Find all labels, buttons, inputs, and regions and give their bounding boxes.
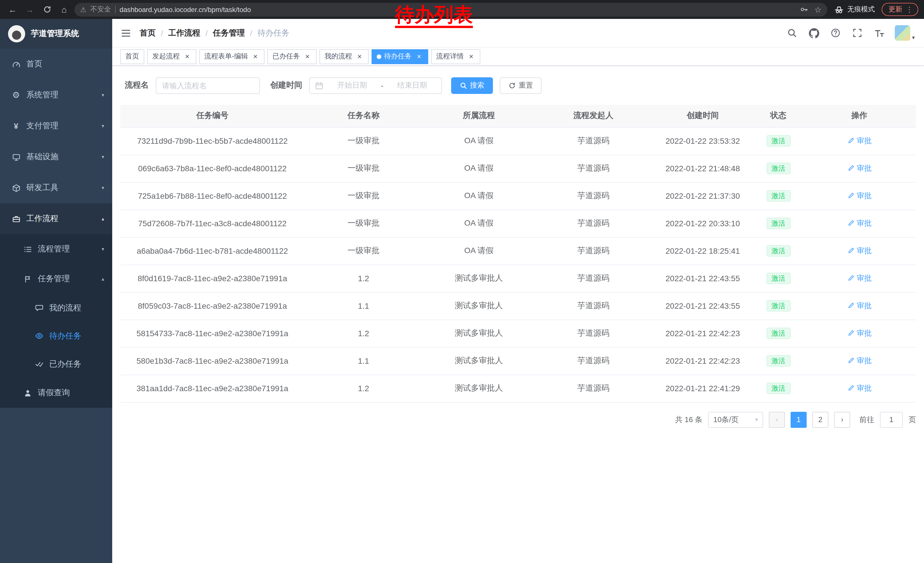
approve-button[interactable]: 审批 — [847, 328, 872, 338]
search-button[interactable]: 搜索 — [451, 77, 493, 94]
tab[interactable]: 发起流程 × — [147, 49, 196, 64]
sidebar-item-task-management[interactable]: 任务管理 ▴ — [0, 264, 112, 294]
table-row: 725a1eb6-7b88-11ec-8ef0-acde48001122 一级审… — [120, 182, 916, 210]
approve-button[interactable]: 审批 — [847, 273, 872, 284]
breadcrumb-home[interactable]: 首页 — [140, 28, 156, 38]
goto-page-input[interactable] — [880, 411, 903, 428]
sidebar-item-infrastructure[interactable]: 基础设施 ▾ — [0, 141, 112, 173]
process-name-input[interactable] — [156, 77, 260, 94]
cell-task-name: 一级审批 — [304, 182, 423, 210]
next-page-button[interactable]: › — [834, 411, 850, 428]
tab[interactable]: 首页 — [120, 49, 144, 64]
incognito-icon — [834, 5, 844, 14]
url-text: dashboard.yudao.iocoder.cn/bpm/task/todo — [120, 6, 796, 14]
approve-button[interactable]: 审批 — [847, 356, 872, 366]
tab[interactable]: 流程表单-编辑 × — [199, 49, 264, 64]
menu-fold-icon[interactable] — [112, 19, 140, 47]
sidebar-item-todo-tasks[interactable]: 待办任务 — [0, 322, 112, 350]
sidebar-item-label: 首页 — [26, 59, 42, 69]
close-icon[interactable]: × — [251, 53, 260, 60]
page-button[interactable]: 2 — [812, 411, 828, 428]
url-bar[interactable]: ⚠ 不安全 dashboard.yudao.iocoder.cn/bpm/tas… — [74, 3, 827, 17]
date-range-picker[interactable]: 开始日期 - 结束日期 — [309, 77, 442, 94]
cell-process: OA 请假 — [423, 237, 535, 264]
browser-menu-icon[interactable]: ⋮ — [906, 5, 913, 14]
cell-create-time: 2022-01-21 22:43:55 — [651, 264, 754, 292]
sidebar-item-my-process[interactable]: 我的流程 — [0, 294, 112, 322]
sidebar-item-process-management[interactable]: 流程管理 ▾ — [0, 234, 112, 264]
edit-icon — [847, 192, 855, 200]
approve-label: 审批 — [857, 328, 872, 338]
approve-button[interactable]: 审批 — [847, 218, 872, 228]
sidebar-item-payment[interactable]: ¥ 支付管理 ▾ — [0, 111, 112, 141]
approve-button[interactable]: 审批 — [847, 191, 872, 201]
breadcrumb-workflow[interactable]: 工作流程 — [168, 28, 200, 38]
browser-back-button[interactable]: ← — [6, 3, 20, 17]
sidebar-item-devtools[interactable]: 研发工具 ▾ — [0, 173, 112, 203]
table-row: 381aa1dd-7ac8-11ec-a9e2-a2380e71991a 1.2… — [120, 375, 916, 402]
cell-starter: 芋道源码 — [535, 155, 651, 182]
sidebar-item-system[interactable]: ⚙ 系统管理 ▾ — [0, 80, 112, 111]
prev-page-button[interactable]: ‹ — [769, 411, 785, 428]
header-process: 所属流程 — [423, 105, 535, 127]
search-icon — [460, 82, 467, 89]
close-icon[interactable]: × — [415, 53, 423, 60]
page-size-value: 10条/页 — [713, 414, 738, 425]
user-menu[interactable]: ▾ — [895, 25, 915, 41]
sidebar-item-leave-query[interactable]: 请假查询 — [0, 378, 112, 408]
sidebar-item-home[interactable]: 首页 — [0, 49, 112, 80]
fullscreen-icon[interactable] — [851, 27, 864, 39]
search-icon[interactable] — [786, 27, 799, 39]
cell-create-time: 2022-01-21 22:43:55 — [651, 292, 754, 320]
approve-button[interactable]: 审批 — [847, 136, 872, 146]
close-icon[interactable]: × — [356, 53, 363, 60]
cell-create-time: 2022-01-21 22:41:29 — [651, 375, 754, 402]
tab[interactable]: 流程详情 × — [431, 49, 480, 64]
warning-icon: ⚠ — [80, 6, 87, 14]
bookmark-star-icon[interactable]: ☆ — [814, 5, 822, 14]
reset-button[interactable]: 重置 — [500, 77, 542, 94]
chevron-down-icon: ▾ — [102, 92, 104, 98]
update-button[interactable]: 更新 ⋮ — [882, 3, 918, 16]
tab-label: 发起流程 — [152, 51, 180, 61]
todo-task-table: 任务编号 任务名称 所属流程 流程发起人 创建时间 状态 操作 — [120, 105, 916, 402]
approve-button[interactable]: 审批 — [847, 301, 872, 311]
sidebar-item-done-tasks[interactable]: 已办任务 — [0, 350, 112, 378]
github-icon[interactable] — [808, 27, 820, 39]
page-size-select[interactable]: 10条/页 ▾ — [708, 411, 763, 428]
cell-create-time: 2022-01-22 23:53:32 — [651, 127, 754, 155]
edit-icon — [847, 247, 855, 255]
browser-refresh-button[interactable] — [40, 3, 54, 17]
close-icon[interactable]: × — [467, 53, 475, 60]
pagination: 共 16 条 10条/页 ▾ ‹ 1 2 › 前往 — [120, 411, 916, 428]
page-button[interactable]: 1 — [790, 411, 807, 428]
dashboard-icon — [12, 60, 21, 68]
browser-forward-button[interactable]: → — [23, 3, 37, 17]
cell-status: 激活 — [754, 210, 802, 237]
table-row: 73211d9d-7b9b-11ec-b5b7-acde48001122 一级审… — [120, 127, 916, 155]
cell-create-time: 2022-01-21 22:42:23 — [651, 320, 754, 347]
breadcrumb-task-management[interactable]: 任务管理 — [213, 28, 245, 38]
app-logo[interactable]: 芋道管理系统 — [0, 19, 112, 49]
approve-label: 审批 — [857, 191, 872, 201]
tab[interactable]: 我的流程 × — [320, 49, 369, 64]
font-size-icon[interactable] — [873, 27, 886, 39]
close-icon[interactable]: × — [303, 53, 311, 60]
cell-task-id: 381aa1dd-7ac8-11ec-a9e2-a2380e71991a — [120, 375, 304, 402]
cell-starter: 芋道源码 — [535, 182, 651, 210]
password-key-icon[interactable] — [800, 5, 808, 14]
close-icon[interactable]: × — [183, 53, 191, 60]
tab[interactable]: 待办任务 × — [372, 49, 428, 64]
range-separator: - — [381, 81, 384, 90]
incognito-badge: 无痕模式 — [834, 5, 875, 14]
search-button-label: 搜索 — [470, 81, 484, 90]
cell-status: 激活 — [754, 127, 802, 155]
approve-button[interactable]: 审批 — [847, 383, 872, 393]
browser-home-button[interactable]: ⌂ — [57, 3, 71, 17]
tab[interactable]: 已办任务 × — [267, 49, 316, 64]
approve-button[interactable]: 审批 — [847, 163, 872, 174]
approve-button[interactable]: 审批 — [847, 246, 872, 256]
cell-task-id: 725a1eb6-7b88-11ec-8ef0-acde48001122 — [120, 182, 304, 210]
sidebar-item-workflow[interactable]: 工作流程 ▴ — [0, 203, 112, 234]
help-icon[interactable] — [830, 27, 842, 39]
